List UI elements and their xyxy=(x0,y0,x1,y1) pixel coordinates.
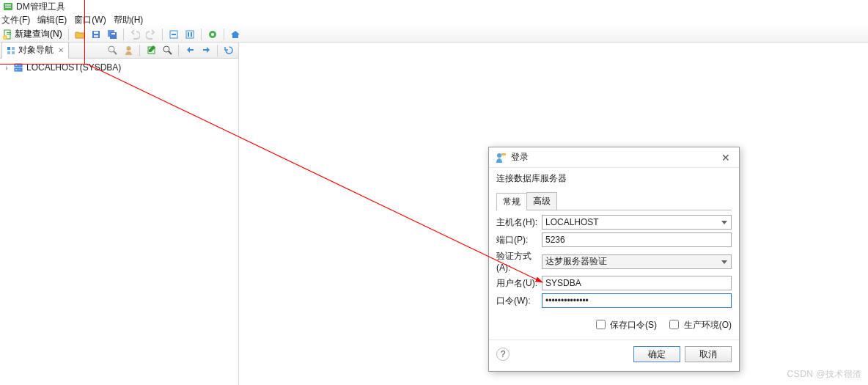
svg-rect-23 xyxy=(7,51,10,54)
toolbar-separator xyxy=(68,29,69,40)
label-auth: 验证方式(A): xyxy=(496,250,542,273)
collapse-icon xyxy=(185,45,195,55)
new-query-icon: + xyxy=(3,29,13,40)
close-icon[interactable]: ✕ xyxy=(58,46,64,54)
redo-button[interactable] xyxy=(144,28,158,41)
home-button[interactable] xyxy=(229,28,242,41)
nav-search2-button[interactable] xyxy=(161,44,174,57)
label-host: 主机名(H): xyxy=(496,216,542,229)
open-folder-button[interactable] xyxy=(73,28,87,41)
object-tree: › LOCALHOST(SYSDBA) xyxy=(0,59,238,76)
toolbar-separator xyxy=(201,29,202,40)
gear-run-icon xyxy=(207,29,218,40)
svg-rect-5 xyxy=(7,34,11,34)
main-toolbar: + 新建查询(N) xyxy=(0,26,868,43)
label-port: 端口(P): xyxy=(496,234,542,246)
password-input[interactable]: •••••••••••••• xyxy=(542,293,732,308)
dialog-close-button[interactable]: ✕ xyxy=(718,150,733,165)
menu-bar: 文件(F) 编辑(E) 窗口(W) 帮助(H) xyxy=(0,13,868,26)
svg-rect-2 xyxy=(5,7,11,8)
svg-line-26 xyxy=(114,51,117,54)
svg-point-34 xyxy=(15,69,17,70)
port-input[interactable]: 5236 xyxy=(542,232,732,247)
svg-line-30 xyxy=(169,51,172,54)
folder-open-icon xyxy=(75,29,85,40)
save-icon xyxy=(91,29,101,40)
nav-collapse-button[interactable] xyxy=(183,44,196,57)
search-icon xyxy=(163,45,172,55)
auth-combo[interactable]: 达梦服务器验证 xyxy=(542,254,732,269)
svg-rect-24 xyxy=(12,51,15,54)
watermark: CSDN @技术很渣 xyxy=(787,368,862,381)
user-input[interactable]: SYSDBA xyxy=(542,276,732,290)
login-form: 主机名(H): LOCALHOST 端口(P): 5236 验证方式(A): 达… xyxy=(489,210,739,312)
menu-help[interactable]: 帮助(H) xyxy=(114,14,144,26)
save-all-button[interactable] xyxy=(106,28,119,41)
production-env-checkbox[interactable]: 生产环境(O) xyxy=(666,320,732,330)
save-password-checkbox[interactable]: 保存口令(S) xyxy=(593,320,657,330)
expand-toggle[interactable]: › xyxy=(3,64,10,71)
edit-icon xyxy=(147,45,156,55)
new-query-button[interactable]: + 新建查询(N) xyxy=(1,28,64,40)
dialog-title: 登录 xyxy=(511,151,529,164)
toolbar-separator xyxy=(162,29,163,40)
home-icon xyxy=(230,29,240,40)
search-icon xyxy=(108,45,117,55)
login-icon xyxy=(495,152,507,164)
svg-rect-17 xyxy=(188,32,189,37)
svg-rect-18 xyxy=(191,32,192,37)
object-navigator-pane: 对象导航 ✕ › LOCALHOST(SYSDBA) xyxy=(0,43,239,385)
nav-find-button[interactable] xyxy=(106,44,119,57)
nav-expand-button[interactable] xyxy=(199,44,213,57)
toolbar-separator xyxy=(224,29,224,40)
save-button[interactable] xyxy=(89,28,103,41)
toolbar-separator xyxy=(217,45,218,56)
tab-advanced[interactable]: 高级 xyxy=(526,192,557,210)
toolbar-icon xyxy=(185,29,195,40)
view-tab-bar: 对象导航 ✕ xyxy=(0,43,238,59)
object-navigator-tab[interactable]: 对象导航 ✕ xyxy=(1,42,69,59)
ok-button[interactable]: 确定 xyxy=(633,346,680,362)
svg-point-20 xyxy=(211,33,214,36)
undo-icon xyxy=(130,29,140,40)
svg-rect-16 xyxy=(186,31,194,38)
svg-rect-21 xyxy=(7,47,10,50)
tab-label: 对象导航 xyxy=(18,44,54,56)
svg-rect-15 xyxy=(172,34,176,35)
svg-rect-4 xyxy=(7,32,11,33)
expand-icon xyxy=(202,45,211,55)
login-dialog: 登录 ✕ 连接数据库服务器 常规 高级 主机名(H): LOCALHOST 端口… xyxy=(488,147,740,372)
svg-point-25 xyxy=(108,46,114,52)
help-button[interactable]: ? xyxy=(496,348,510,361)
save-all-icon xyxy=(107,29,117,40)
tree-icon xyxy=(7,46,15,55)
menu-file[interactable]: 文件(F) xyxy=(1,14,30,26)
toggle-a-button[interactable] xyxy=(167,28,180,41)
app-title: DM管理工具 xyxy=(16,1,65,13)
app-icon xyxy=(3,1,13,12)
cancel-button[interactable]: 取消 xyxy=(685,346,732,362)
svg-point-33 xyxy=(15,65,17,66)
nav-refresh-button[interactable] xyxy=(222,44,235,57)
login-options: 保存口令(S) 生产环境(O) xyxy=(489,312,739,340)
tool-green-button[interactable] xyxy=(206,28,219,41)
dialog-title-bar[interactable]: 登录 ✕ xyxy=(489,147,739,168)
svg-point-27 xyxy=(126,46,130,51)
label-user: 用户名(U): xyxy=(496,277,542,290)
tab-general[interactable]: 常规 xyxy=(496,193,527,210)
undo-button[interactable] xyxy=(128,28,141,41)
tree-node-localhost[interactable]: › LOCALHOST(SYSDBA) xyxy=(1,62,237,73)
menu-window[interactable]: 窗口(W) xyxy=(74,14,106,26)
nav-user-button[interactable] xyxy=(122,44,135,57)
dialog-tabs: 常规 高级 xyxy=(496,192,732,210)
object-nav-toolbar xyxy=(106,44,238,57)
menu-edit[interactable]: 编辑(E) xyxy=(37,14,67,26)
toolbar-separator xyxy=(139,45,140,56)
dialog-footer: ? 确定 取消 xyxy=(489,340,739,371)
refresh-icon xyxy=(224,45,234,55)
host-combo[interactable]: LOCALHOST xyxy=(542,215,732,230)
tree-node-label: LOCALHOST(SYSDBA) xyxy=(26,62,121,73)
label-password: 口令(W): xyxy=(496,295,542,307)
nav-edit-button[interactable] xyxy=(144,44,158,57)
toggle-b-button[interactable] xyxy=(183,28,196,41)
